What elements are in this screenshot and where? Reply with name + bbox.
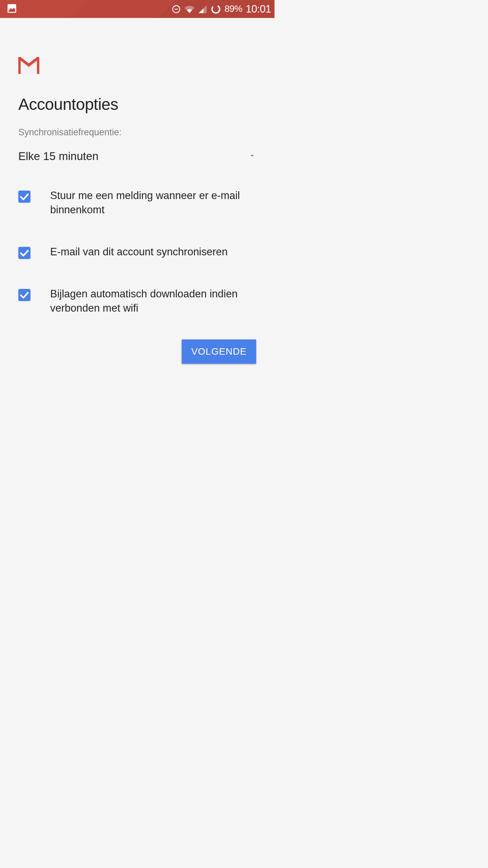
next-button[interactable]: VOLGENDE	[182, 339, 256, 364]
checkbox-attachments[interactable]	[18, 289, 30, 301]
option-download-attachments[interactable]: Bijlagen automatisch downloaden indien v…	[18, 287, 256, 315]
status-bar: 89% 10:01	[0, 0, 274, 18]
option-label: E-mail van dit account synchroniseren	[50, 245, 228, 259]
gmail-icon	[18, 57, 39, 74]
svg-rect-6	[37, 57, 39, 74]
chevron-down-icon	[248, 152, 256, 161]
dnd-icon	[171, 4, 181, 14]
spinner-icon	[211, 4, 221, 14]
option-label: Bijlagen automatisch downloaden indien v…	[50, 287, 247, 315]
cell-signal-icon	[198, 4, 207, 14]
main-content: Accountopties Synchronisatiefrequentie: …	[0, 18, 274, 364]
sync-frequency-label: Synchronisatiefrequentie:	[18, 127, 256, 138]
checkbox-notify[interactable]	[18, 191, 30, 203]
checkbox-sync[interactable]	[18, 247, 30, 259]
sync-frequency-value: Elke 15 minuten	[18, 150, 99, 163]
image-icon	[6, 3, 18, 16]
page-title: Accountopties	[18, 95, 256, 114]
option-sync-email[interactable]: E-mail van dit account synchroniseren	[18, 245, 256, 259]
svg-rect-5	[18, 57, 21, 74]
svg-rect-2	[175, 8, 178, 9]
svg-point-3	[211, 4, 221, 14]
battery-percentage: 89%	[224, 4, 242, 14]
status-left	[6, 3, 18, 16]
option-label: Stuur me een melding wanneer er e-mail b…	[50, 189, 247, 217]
sync-frequency-select[interactable]: Elke 15 minuten	[18, 150, 256, 176]
wifi-icon	[184, 4, 195, 14]
status-right: 89% 10:01	[171, 3, 271, 15]
option-notify-email[interactable]: Stuur me een melding wanneer er e-mail b…	[18, 189, 256, 217]
button-row: VOLGENDE	[18, 339, 256, 364]
status-clock: 10:01	[246, 3, 271, 15]
